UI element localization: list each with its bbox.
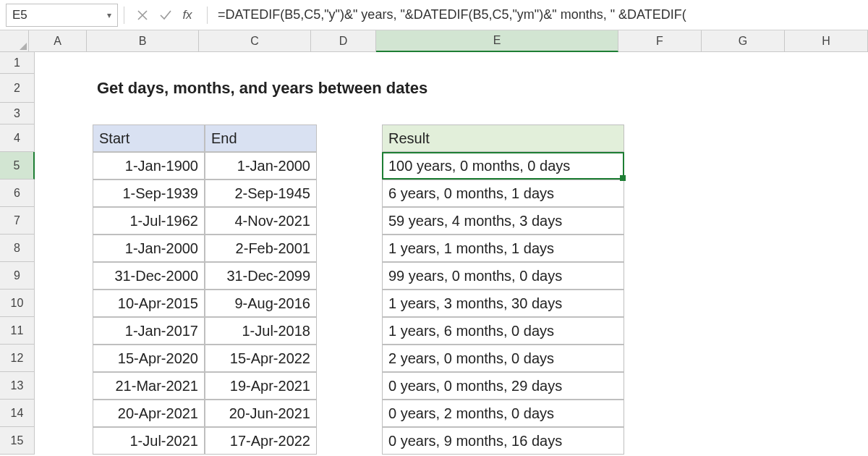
cell[interactable] [791, 345, 868, 372]
cell[interactable] [791, 74, 868, 103]
cell[interactable] [791, 103, 868, 124]
header-result[interactable]: Result [382, 124, 624, 152]
col-header-C[interactable]: C [199, 30, 311, 52]
cell[interactable] [791, 124, 868, 152]
cell[interactable] [791, 52, 868, 74]
cell[interactable] [317, 427, 382, 455]
cell[interactable] [707, 427, 791, 455]
cell-end[interactable]: 4-Nov-2021 [205, 207, 317, 235]
cell[interactable] [317, 400, 382, 427]
cell[interactable] [791, 262, 868, 290]
cell[interactable] [317, 152, 382, 180]
cell[interactable] [35, 317, 93, 345]
cell-result[interactable]: 1 years, 3 months, 30 days [382, 290, 624, 317]
cell[interactable] [93, 103, 205, 124]
cell[interactable] [707, 207, 791, 235]
cell-start[interactable]: 1-Sep-1939 [93, 180, 205, 207]
cell-start[interactable]: 1-Jul-1962 [93, 207, 205, 235]
cell-end[interactable]: 17-Apr-2022 [205, 427, 317, 455]
cells-grid[interactable]: Get days, months, and years between date… [35, 52, 868, 455]
cell-result[interactable]: 1 years, 6 months, 0 days [382, 317, 624, 345]
cell[interactable] [791, 400, 868, 427]
cell-start[interactable]: 21-Mar-2021 [93, 372, 205, 400]
cell-result[interactable]: 100 years, 0 months, 0 days [382, 152, 624, 180]
cell[interactable] [35, 207, 93, 235]
cell-result[interactable]: 0 years, 9 months, 16 days [382, 427, 624, 455]
cell[interactable] [35, 400, 93, 427]
cell[interactable] [707, 345, 791, 372]
cell[interactable] [317, 235, 382, 262]
cell[interactable] [707, 235, 791, 262]
cell-result[interactable]: 0 years, 0 months, 29 days [382, 372, 624, 400]
cell[interactable] [791, 207, 868, 235]
cell-start[interactable]: 1-Jul-2021 [93, 427, 205, 455]
cell[interactable] [707, 180, 791, 207]
cell[interactable] [205, 52, 317, 74]
header-start[interactable]: Start [93, 124, 205, 152]
cell[interactable] [317, 103, 382, 124]
cell-result[interactable]: 59 years, 4 months, 3 days [382, 207, 624, 235]
row-header-4[interactable]: 4 [0, 124, 35, 152]
cell[interactable] [707, 262, 791, 290]
row-header-14[interactable]: 14 [0, 400, 35, 427]
page-title-cell[interactable]: Get days, months, and years between date… [93, 74, 624, 103]
cell[interactable] [791, 235, 868, 262]
cell[interactable] [624, 74, 707, 103]
cell[interactable] [317, 52, 382, 74]
cell[interactable] [707, 52, 791, 74]
row-header-15[interactable]: 15 [0, 427, 35, 455]
cell-result[interactable]: 6 years, 0 months, 1 days [382, 180, 624, 207]
cell-end[interactable]: 19-Apr-2021 [205, 372, 317, 400]
cell[interactable] [35, 152, 93, 180]
cell[interactable] [624, 317, 707, 345]
cell[interactable] [624, 152, 707, 180]
cell[interactable] [35, 345, 93, 372]
row-header-3[interactable]: 3 [0, 103, 35, 124]
select-all-corner[interactable] [0, 30, 29, 52]
cancel-icon[interactable] [135, 7, 150, 23]
enter-icon[interactable] [158, 7, 174, 23]
cell[interactable] [624, 103, 707, 124]
cell-result[interactable]: 2 years, 0 months, 0 days [382, 345, 624, 372]
cell-end[interactable]: 2-Sep-1945 [205, 180, 317, 207]
row-header-13[interactable]: 13 [0, 372, 35, 400]
cell[interactable] [382, 52, 624, 74]
row-header-1[interactable]: 1 [0, 52, 35, 74]
row-header-8[interactable]: 8 [0, 235, 35, 262]
cell[interactable] [707, 152, 791, 180]
cell[interactable] [317, 180, 382, 207]
cell-result[interactable]: 99 years, 0 months, 0 days [382, 262, 624, 290]
cell[interactable] [707, 74, 791, 103]
col-header-A[interactable]: A [29, 30, 87, 52]
cell-end[interactable]: 15-Apr-2022 [205, 345, 317, 372]
cell[interactable] [93, 52, 205, 74]
cell[interactable] [791, 152, 868, 180]
cell[interactable] [35, 262, 93, 290]
row-header-6[interactable]: 6 [0, 180, 35, 207]
cell[interactable] [624, 345, 707, 372]
cell-end[interactable]: 20-Jun-2021 [205, 400, 317, 427]
cell[interactable] [707, 103, 791, 124]
chevron-down-icon[interactable]: ▾ [107, 10, 111, 20]
cell[interactable] [35, 74, 93, 103]
cell[interactable] [624, 235, 707, 262]
cell-start[interactable]: 20-Apr-2021 [93, 400, 205, 427]
cell[interactable] [791, 427, 868, 455]
cell-end[interactable]: 1-Jan-2000 [205, 152, 317, 180]
cell[interactable] [624, 124, 707, 152]
fx-icon[interactable]: fx [181, 7, 197, 23]
col-header-G[interactable]: G [702, 30, 785, 52]
col-header-B[interactable]: B [87, 30, 199, 52]
cell-result[interactable]: 1 years, 1 months, 1 days [382, 235, 624, 262]
cell-start[interactable]: 1-Jan-2017 [93, 317, 205, 345]
cell[interactable] [791, 372, 868, 400]
cell-start[interactable]: 31-Dec-2000 [93, 262, 205, 290]
row-header-7[interactable]: 7 [0, 207, 35, 235]
cell[interactable] [35, 124, 93, 152]
col-header-D[interactable]: D [311, 30, 376, 52]
cell[interactable] [624, 427, 707, 455]
cell-start[interactable]: 15-Apr-2020 [93, 345, 205, 372]
cell[interactable] [35, 52, 93, 74]
cell-end[interactable]: 31-Dec-2099 [205, 262, 317, 290]
cell[interactable] [35, 235, 93, 262]
